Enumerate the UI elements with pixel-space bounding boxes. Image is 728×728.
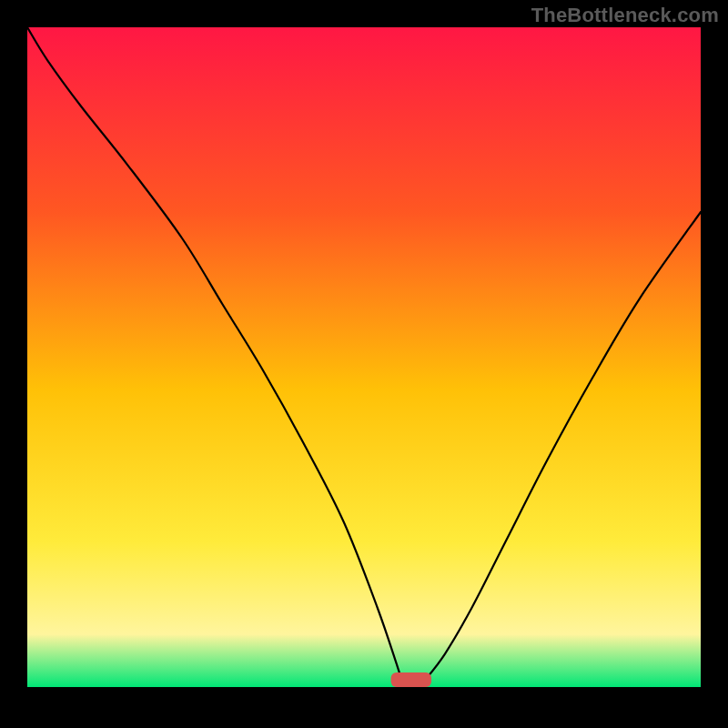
chart-frame: TheBottleneck.com	[0, 0, 728, 728]
plot-area	[27, 27, 701, 687]
minimum-marker	[391, 672, 431, 687]
chart-svg	[27, 27, 701, 687]
gradient-background	[27, 27, 701, 687]
watermark-text: TheBottleneck.com	[531, 4, 719, 27]
